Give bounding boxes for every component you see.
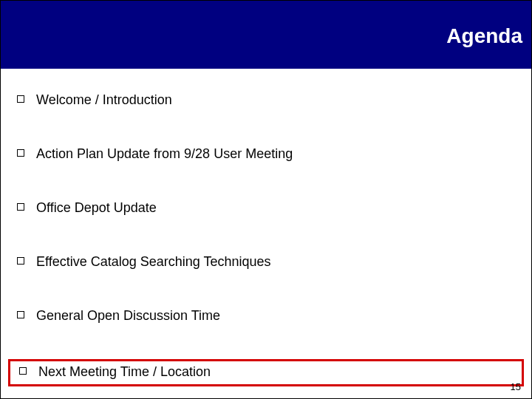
agenda-item: Effective Catalog Searching Techniques (16, 251, 516, 274)
agenda-item: Office Depot Update (16, 197, 516, 220)
square-bullet-icon (17, 257, 24, 265)
square-bullet-icon (17, 149, 24, 157)
agenda-item-text: Action Plan Update from 9/28 User Meetin… (36, 146, 293, 162)
slide: Agenda Welcome / Introduction Action Pla… (0, 0, 532, 399)
agenda-item-text: Effective Catalog Searching Techniques (36, 254, 271, 270)
agenda-item-text: Office Depot Update (36, 200, 157, 216)
slide-header: Agenda (1, 1, 531, 69)
square-bullet-icon (17, 203, 24, 211)
agenda-item-highlighted: Next Meeting Time / Location (8, 359, 524, 386)
agenda-item: General Open Discussion Time (16, 305, 516, 328)
slide-body: Welcome / Introduction Action Plan Updat… (1, 69, 531, 386)
square-bullet-icon (17, 311, 24, 318)
page-number: 15 (511, 381, 521, 392)
slide-title: Agenda (446, 24, 522, 48)
agenda-item: Welcome / Introduction (16, 89, 516, 112)
square-bullet-icon (17, 95, 24, 103)
agenda-item-text: General Open Discussion Time (36, 308, 220, 324)
agenda-item-text: Welcome / Introduction (36, 92, 172, 108)
square-bullet-icon (19, 367, 27, 375)
agenda-item-text: Next Meeting Time / Location (38, 364, 211, 380)
agenda-item: Action Plan Update from 9/28 User Meetin… (16, 143, 516, 166)
